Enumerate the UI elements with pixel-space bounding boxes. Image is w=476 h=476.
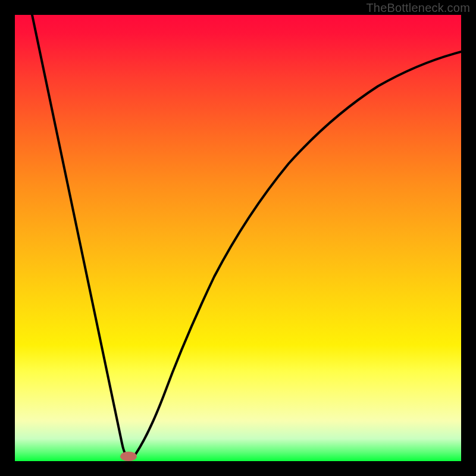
attribution-text: TheBottleneck.com xyxy=(366,1,470,15)
chart-frame: TheBottleneck.com xyxy=(0,0,476,476)
min-marker xyxy=(120,452,137,461)
plot-area xyxy=(15,15,461,461)
curve-path xyxy=(32,15,461,457)
bottleneck-curve xyxy=(15,15,461,461)
